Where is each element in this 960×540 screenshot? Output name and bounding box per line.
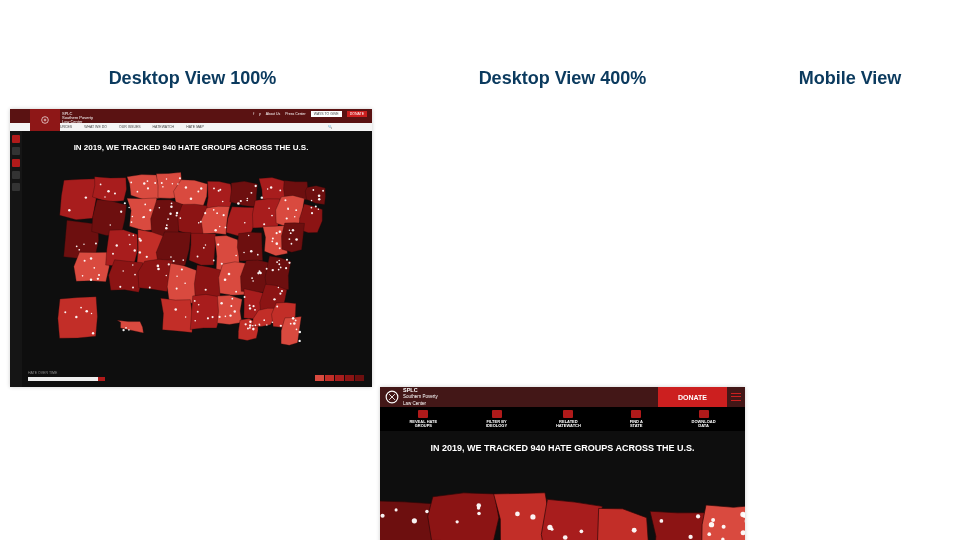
svg-point-199 — [289, 230, 291, 232]
svg-point-129 — [122, 270, 124, 272]
svg-point-30 — [311, 200, 313, 202]
svg-point-126 — [97, 278, 99, 280]
us-map[interactable]: DISTRICT OF COLUMBIA — [380, 453, 745, 540]
svg-point-410 — [711, 518, 715, 522]
svg-point-163 — [322, 190, 324, 192]
svg-point-47 — [182, 259, 184, 261]
social-fb-icon[interactable]: f — [253, 112, 254, 116]
donate-button[interactable]: DONATE — [658, 387, 727, 407]
us-map[interactable] — [10, 152, 372, 352]
svg-point-49 — [292, 229, 294, 231]
svg-point-125 — [272, 269, 274, 271]
svg-point-191 — [247, 198, 249, 200]
svg-point-60 — [312, 189, 314, 191]
svg-point-61 — [251, 277, 253, 279]
svg-point-14 — [84, 260, 86, 262]
nav-whatwedo[interactable]: WHAT WE DO — [84, 125, 107, 129]
svg-point-86 — [174, 308, 177, 311]
svg-point-171 — [76, 245, 78, 247]
svg-point-68 — [107, 190, 110, 193]
svg-point-211 — [207, 317, 209, 319]
svg-point-110 — [279, 247, 281, 249]
sidebar-item[interactable] — [12, 135, 20, 143]
svg-point-158 — [179, 177, 181, 179]
svg-point-355 — [660, 519, 664, 523]
nav-hatemap[interactable]: HATE MAP — [186, 125, 204, 129]
nav-issues[interactable]: OUR ISSUES — [119, 125, 141, 129]
toolbar-item[interactable]: FILTER BYIDEOLOGY — [486, 410, 507, 429]
svg-point-82 — [217, 243, 219, 245]
svg-point-77 — [279, 293, 281, 295]
svg-point-179 — [270, 186, 272, 188]
svg-point-157 — [166, 178, 167, 179]
nav-press[interactable]: Press Center — [285, 112, 305, 116]
svg-point-40 — [134, 249, 136, 251]
svg-point-97 — [286, 217, 288, 219]
toolbar-item[interactable]: DOWNLOADDATA — [692, 410, 716, 429]
svg-point-119 — [205, 289, 207, 291]
svg-point-142 — [119, 286, 121, 288]
svg-point-177 — [90, 257, 92, 259]
svg-point-194 — [132, 216, 134, 218]
svg-point-154 — [249, 307, 251, 309]
svg-point-150 — [258, 270, 260, 272]
nav-about[interactable]: About Us — [266, 112, 280, 116]
svg-point-204 — [91, 313, 92, 314]
nav-hatewatch[interactable]: HATEWATCH — [153, 125, 175, 129]
svg-point-67 — [263, 319, 265, 321]
toolbar-item[interactable]: REVEAL HATEGROUPS — [409, 410, 437, 429]
social-tw-icon[interactable]: y — [259, 112, 261, 116]
menu-icon[interactable] — [731, 392, 741, 402]
svg-point-132 — [168, 263, 170, 265]
svg-point-45 — [100, 184, 102, 186]
toolbar-item[interactable]: FIND ASTATE — [630, 410, 643, 429]
splc-logo[interactable] — [385, 390, 399, 404]
svg-point-198 — [75, 316, 77, 318]
search-icon[interactable]: 🔍 — [328, 125, 332, 129]
svg-point-130 — [260, 272, 262, 274]
svg-point-85 — [247, 327, 249, 329]
title-desktop-100: Desktop View 100% — [10, 68, 375, 89]
svg-point-175 — [311, 207, 313, 209]
svg-point-113 — [295, 319, 297, 321]
donate-button[interactable]: DONATE — [347, 111, 367, 117]
svg-point-120 — [131, 221, 133, 223]
svg-point-183 — [133, 235, 135, 237]
svg-point-149 — [143, 182, 145, 184]
svg-point-206 — [245, 323, 247, 325]
svg-point-184 — [246, 200, 248, 202]
splc-logo[interactable] — [30, 109, 60, 131]
svg-point-159 — [228, 273, 231, 276]
svg-point-151 — [125, 327, 127, 329]
svg-point-55 — [218, 316, 220, 318]
header-bar: SPLCSouthern PovertyLaw Center f y About… — [10, 109, 372, 123]
svg-point-242 — [380, 514, 384, 518]
svg-point-52 — [85, 310, 88, 313]
toolbar-item[interactable]: RELATEDHATEWATCH — [556, 410, 581, 429]
svg-point-161 — [110, 224, 112, 226]
svg-point-57 — [197, 256, 199, 258]
svg-point-118 — [149, 209, 151, 211]
svg-point-41 — [198, 222, 200, 224]
svg-point-106 — [266, 268, 268, 270]
svg-point-122 — [292, 317, 295, 320]
svg-point-53 — [237, 202, 240, 205]
svg-point-111 — [104, 196, 105, 197]
svg-point-176 — [258, 324, 260, 326]
svg-point-170 — [132, 287, 134, 289]
svg-point-19 — [137, 191, 139, 193]
svg-point-18 — [171, 202, 173, 204]
us-map-svg[interactable] — [380, 458, 745, 540]
svg-point-146 — [231, 298, 233, 300]
svg-point-136 — [273, 298, 275, 300]
ways-to-give-button[interactable]: WAYS TO GIVE — [311, 111, 342, 117]
svg-point-216 — [157, 265, 160, 268]
svg-point-215 — [128, 329, 130, 331]
svg-point-38 — [211, 316, 213, 318]
svg-point-112 — [250, 192, 252, 194]
svg-point-36 — [149, 286, 151, 288]
svg-point-195 — [249, 327, 251, 329]
svg-point-138 — [132, 264, 134, 266]
svg-point-34 — [244, 296, 246, 298]
us-map-svg[interactable] — [38, 157, 358, 352]
